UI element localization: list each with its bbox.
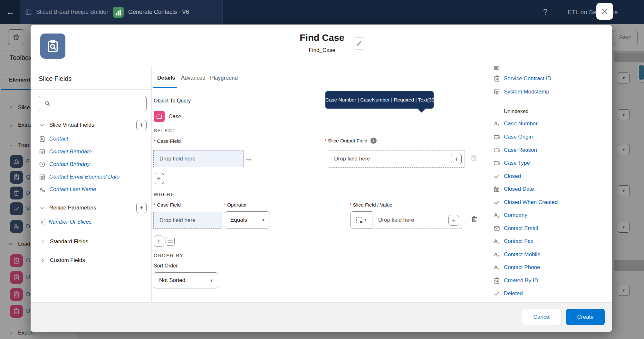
recipe-builder-tab[interactable]: Sliced Bread Recipe Builder xyxy=(25,0,108,24)
slice-fields-heading: Slice Fields xyxy=(39,75,72,82)
time-icon xyxy=(39,161,46,168)
caret-down-icon: ▼ xyxy=(364,218,367,222)
field-item-case-origin[interactable]: Case Origin xyxy=(493,131,533,144)
top-bar: ← Sliced Bread Recipe Builder Generate C… xyxy=(0,0,644,24)
list-item-contact-birthdate[interactable]: Contact Birthdate xyxy=(39,147,91,156)
lookup-icon xyxy=(493,277,500,284)
keyboard-icon xyxy=(167,238,173,244)
briefcase-icon xyxy=(156,113,163,120)
where-heading: WHERE xyxy=(154,191,175,197)
field-item-case-number[interactable]: Aa Case Number xyxy=(493,117,538,131)
text-type-icon: Aa xyxy=(493,265,500,271)
section-slice-virtual-fields[interactable]: Slice Virtual Fields xyxy=(39,120,94,130)
object-value: Case xyxy=(168,113,181,120)
email-icon xyxy=(493,225,500,232)
add-recipe-parameter-button[interactable]: + xyxy=(136,203,147,213)
trash-icon xyxy=(470,154,477,162)
recipe-tab-generate-contacts[interactable]: Generate Contacts - V6 xyxy=(113,0,189,24)
recipe-tab-title: Generate Contacts - V6 xyxy=(128,0,189,24)
grid-icon xyxy=(25,9,32,15)
field-item-system-modstamp[interactable]: System Modstamp xyxy=(493,85,549,99)
where-case-field-dropzone[interactable]: Drop field here xyxy=(153,212,222,229)
select-heading: SELECT xyxy=(154,128,176,133)
value-mode-toggle-button[interactable]: ▼ xyxy=(351,211,372,228)
list-item-number-of-slices[interactable]: # Number Of Slices xyxy=(39,218,91,227)
required-asterisk: * xyxy=(325,138,327,143)
field-item-contact-phone[interactable]: Aa Contact Phone xyxy=(493,261,540,274)
field-item-closed-when-created[interactable]: Closed When Created xyxy=(493,196,558,209)
manual-entry-button[interactable] xyxy=(166,237,175,246)
sort-order-label: Sort Order xyxy=(154,263,178,269)
date-icon xyxy=(39,148,46,155)
slice-field-value-label: *Slice Field / Value xyxy=(350,202,392,208)
create-button[interactable]: Create xyxy=(566,309,605,325)
modal-close-button[interactable] xyxy=(596,3,613,20)
list-item-contact-birthday[interactable]: Contact Birthday xyxy=(39,160,90,169)
where-case-field-label: *Case Field xyxy=(154,202,181,208)
field-item-created-by-id[interactable]: Created By ID xyxy=(493,274,538,287)
operator-label: *Operator xyxy=(224,202,247,208)
field-item-contact-mobile[interactable]: Aa Contact Mobile xyxy=(493,248,540,261)
operator-select[interactable]: Equals ▼ xyxy=(225,211,270,228)
add-output-field-button[interactable]: + xyxy=(451,154,462,164)
tab-details[interactable]: Details xyxy=(157,75,175,81)
field-item-service-contract-id[interactable]: Service Contract ID xyxy=(493,72,551,85)
select-output-field-dropzone[interactable]: Drop field here + xyxy=(328,150,465,168)
add-where-row-button[interactable]: + xyxy=(154,236,164,247)
checkmark-icon xyxy=(493,290,500,297)
tab-playground[interactable]: Playground xyxy=(210,75,238,81)
tab-advanced[interactable]: Advanced xyxy=(181,75,206,81)
field-item-case-type[interactable]: Case Type xyxy=(493,157,530,170)
delete-select-row-button[interactable] xyxy=(470,154,477,163)
field-item-company[interactable]: Aa Company xyxy=(493,209,527,222)
text-type-icon: Aa xyxy=(493,212,500,218)
add-select-row-button[interactable]: + xyxy=(154,173,164,184)
text-type-icon: Aa xyxy=(493,252,500,258)
field-item-contact-email[interactable]: Contact Email xyxy=(493,222,538,235)
object-to-query-label: Object To Query xyxy=(154,98,191,104)
sort-order-select[interactable]: Not Sorted ▼ xyxy=(154,272,218,288)
cancel-button[interactable]: Cancel xyxy=(522,309,562,325)
lookup-icon xyxy=(493,75,500,82)
list-item-contact-email-bounced-date[interactable]: Contact Email Bounced Date xyxy=(39,172,120,181)
field-item-contact-fax[interactable]: Aa Contact Fax xyxy=(493,235,533,248)
section-standard-fields[interactable]: Standard Fields xyxy=(40,237,88,247)
list-item-contact-last-name[interactable]: Aa Contact Last Name xyxy=(39,185,96,194)
required-asterisk: * xyxy=(154,202,156,208)
modal-api-name: Find_Case xyxy=(0,47,644,53)
delete-where-row-button[interactable] xyxy=(470,215,478,224)
list-item-contact[interactable]: Contact xyxy=(39,134,68,143)
where-value-dropzone[interactable]: Drop field here + xyxy=(372,212,462,228)
picklist-icon xyxy=(493,133,500,140)
caret-down-icon: ▼ xyxy=(262,218,265,222)
app-title: Sliced Bread Recipe Builder xyxy=(36,0,108,24)
field-item-closed-date[interactable]: Closed Date xyxy=(493,183,534,196)
add-slice-virtual-field-button[interactable]: + xyxy=(136,120,147,130)
slice-fields-search[interactable] xyxy=(39,96,147,111)
date-icon xyxy=(493,66,500,70)
section-recipe-parameters[interactable]: Recipe Parameters xyxy=(39,203,96,213)
add-value-field-button[interactable]: + xyxy=(448,215,459,226)
help-button[interactable]: ? xyxy=(536,0,555,24)
trash-icon xyxy=(470,215,478,223)
field-item-deleted[interactable]: Deleted xyxy=(493,287,523,300)
caret-down-icon: ▼ xyxy=(210,278,213,282)
section-unindexed: Unindexed xyxy=(504,109,529,114)
select-case-field-dropzone[interactable]: Drop field here xyxy=(153,150,244,167)
search-icon xyxy=(44,100,51,107)
field-item-case-reason[interactable]: Case Reason xyxy=(493,144,537,157)
datetime-icon xyxy=(493,186,500,193)
number-type-icon: # xyxy=(39,219,45,225)
map-arrow-icon: → xyxy=(244,153,253,163)
scrolled-field-icon-fragment xyxy=(493,66,501,70)
chevron-right-icon xyxy=(40,258,45,263)
order-by-heading: ORDER BY xyxy=(154,253,184,258)
required-asterisk: * xyxy=(224,202,226,208)
back-button[interactable]: ← xyxy=(6,0,14,24)
chevron-down-icon xyxy=(39,205,45,211)
info-icon[interactable]: i xyxy=(370,138,377,144)
recipe-icon xyxy=(113,7,124,18)
datetime-icon xyxy=(39,173,46,180)
field-item-closed[interactable]: Closed xyxy=(493,170,521,183)
section-custom-fields[interactable]: Custom Fields xyxy=(40,255,85,266)
